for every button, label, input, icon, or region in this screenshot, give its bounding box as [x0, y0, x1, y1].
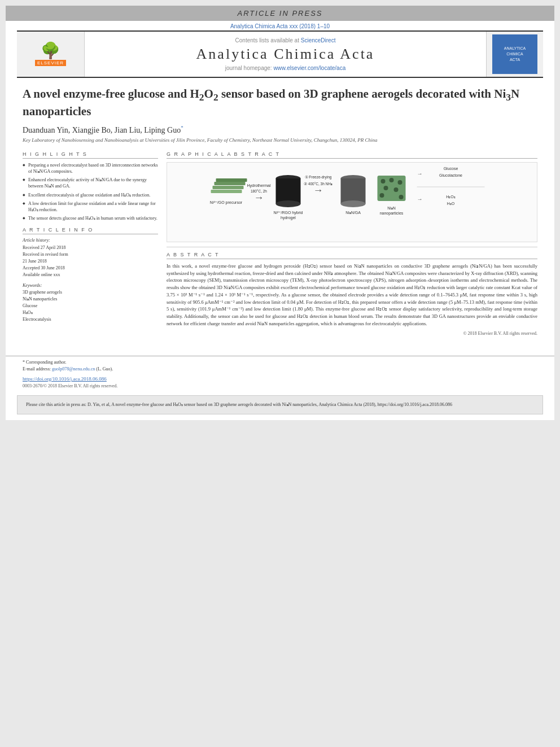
svg-rect-1	[213, 186, 244, 189]
keyword-item: 3D graphene aerogels	[23, 289, 158, 296]
svg-point-22	[390, 178, 394, 182]
graphical-abstract-svg: Ni²⁺/GO precursor Hydrothermal 180°C, 2h…	[172, 167, 532, 235]
section-divider	[167, 247, 537, 247]
authors: Duanduan Yin, Xiangjie Bo, Jian Liu, Lip…	[23, 125, 537, 135]
doi-link[interactable]: https://doi.org/10.1016/j.aca.2018.06.08…	[23, 376, 537, 382]
rights-note: 0003-2670/© 2018 Elsevier B.V. All right…	[23, 383, 537, 388]
svg-text:→: →	[417, 196, 423, 202]
email-label: E-mail address:	[23, 366, 51, 372]
keyword-item: Electrocatalysis	[23, 316, 158, 323]
journal-meta: Analytica Chimica Acta xxx (2018) 1–10	[6, 21, 554, 30]
received-date: Received 27 April 2018	[23, 244, 158, 251]
svg-point-24	[384, 186, 388, 190]
svg-text:Ni²⁺/RGO hybrid: Ni²⁺/RGO hybrid	[274, 211, 303, 215]
authors-text: Duanduan Yin, Xiangjie Bo, Jian Liu, Lip…	[23, 126, 181, 134]
svg-text:① Freeze-drying: ① Freeze-drying	[305, 175, 332, 180]
svg-text:hydrogel: hydrogel	[281, 216, 296, 220]
svg-text:H₂O: H₂O	[447, 202, 455, 206]
journal-homepage: journal homepage: www.elsevier.com/locat…	[225, 65, 345, 71]
svg-text:nanoparticles: nanoparticles	[380, 211, 404, 216]
journal-citation: Analytica Chimica Acta xxx (2018) 1–10	[230, 23, 330, 29]
affiliation: Key Laboratory of Nanobiosensing and Nan…	[23, 137, 537, 143]
elsevier-label: ELSEVIER	[35, 60, 66, 66]
svg-text:Ni²⁺/GO precursor: Ni²⁺/GO precursor	[210, 200, 243, 205]
graphical-abstract-header: G R A P H I C A L A B S T R A C T	[167, 151, 537, 159]
abstract-header: A B S T R A C T	[167, 252, 537, 259]
journal-header: 🌳 ELSEVIER Contents lists available at S…	[17, 30, 543, 78]
highlight-item: Enhanced electrocatalytic activity of Ni…	[23, 177, 158, 189]
abstract-text: In this work, a novel enzyme-free glucos…	[167, 263, 537, 327]
available-online: Available online xxx	[23, 272, 158, 278]
highlights-list: Preparing a novel electrocatalyst based …	[23, 162, 158, 222]
main-content: A novel enzyme-free glucose and H2O2 sen…	[6, 78, 554, 347]
keyword-item: H₂O₂	[23, 309, 158, 316]
article-info-header: A R T I C L E I N F O	[23, 227, 158, 234]
highlights-header: H I G H L I G H T S	[23, 151, 158, 159]
contents-label: Contents lists available at	[235, 37, 299, 43]
footer-note: * Corresponding author. E-mail address: …	[6, 356, 554, 388]
copyright: © 2018 Elsevier B.V. All rights reserved…	[167, 331, 537, 336]
svg-rect-2	[215, 182, 246, 185]
right-column: G R A P H I C A L A B S T R A C T Ni²⁺/G…	[167, 151, 537, 336]
svg-point-21	[381, 179, 386, 184]
corresponding-star: *	[181, 125, 183, 130]
homepage-url[interactable]: www.elsevier.com/locate/aca	[273, 65, 345, 71]
journal-logo-left: 🌳 ELSEVIER	[17, 32, 85, 77]
graphical-abstract-section: G R A P H I C A L A B S T R A C T Ni²⁺/G…	[167, 151, 537, 242]
svg-text:→: →	[417, 171, 423, 177]
keyword-item: Ni₃N nanoparticles	[23, 296, 158, 303]
journal-center: Contents lists available at ScienceDirec…	[85, 32, 487, 77]
svg-text:→: →	[313, 185, 323, 196]
keyword-item: Glucose	[23, 303, 158, 309]
email-link[interactable]: guolp078@nenu.edu.cn	[52, 366, 95, 372]
highlight-item: The sensor detects glucose and H₂O₂ in h…	[23, 215, 158, 221]
article-info-section: A R T I C L E I N F O Article history: R…	[23, 227, 158, 278]
svg-text:→: →	[254, 192, 264, 203]
citation-box: Please cite this article in press as: D.…	[17, 395, 543, 414]
svg-point-27	[399, 195, 404, 199]
revised-label: Received in revised form	[23, 251, 158, 258]
svg-point-26	[380, 193, 384, 198]
keywords-section: Keywords: 3D graphene aerogels Ni₃N nano…	[23, 283, 158, 323]
right-logo-box: ANALYTICACHIMICAACTA	[492, 34, 537, 74]
svg-point-10	[276, 200, 301, 207]
svg-text:Hydrothermal: Hydrothermal	[247, 184, 270, 188]
highlight-item: A low detection limit for glucose oxidat…	[23, 200, 158, 213]
highlight-item: Excellent electrocatalysis of glucose ox…	[23, 192, 158, 198]
abstract-section: A B S T R A C T In this work, a novel en…	[167, 252, 537, 336]
svg-point-25	[394, 187, 399, 192]
article-in-press-banner: ARTICLE IN PRESS	[6, 6, 554, 21]
right-logo-text: ANALYTICACHIMICAACTA	[504, 46, 526, 62]
svg-point-23	[398, 180, 403, 185]
highlights-section: H I G H L I G H T S Preparing a novel el…	[23, 151, 158, 222]
corresponding-note: * Corresponding author.	[23, 360, 537, 365]
svg-rect-9	[276, 178, 301, 204]
svg-text:Glucose: Glucose	[444, 167, 458, 171]
svg-text:Ni₃N/GA: Ni₃N/GA	[345, 211, 361, 215]
svg-rect-3	[216, 178, 247, 182]
svg-text:Glucolactone: Glucolactone	[439, 173, 462, 177]
left-column: H I G H L I G H T S Preparing a novel el…	[23, 151, 158, 336]
two-col-layout: H I G H L I G H T S Preparing a novel el…	[23, 151, 537, 336]
article-title: A novel enzyme-free glucose and H2O2 sen…	[23, 86, 537, 119]
email-note: E-mail address: guolp078@nenu.edu.cn (L.…	[23, 366, 537, 372]
homepage-label: journal homepage:	[225, 65, 272, 71]
sciencedirect-anchor[interactable]: ScienceDirect	[301, 37, 336, 43]
svg-rect-0	[211, 190, 242, 193]
svg-text:Ni₃N: Ni₃N	[387, 206, 396, 210]
highlight-item: Preparing a novel electrocatalyst based …	[23, 162, 158, 174]
journal-logo-right: ANALYTICACHIMICAACTA	[487, 32, 543, 77]
revised-date: 21 June 2018	[23, 258, 158, 265]
journal-title-main: Analytica Chimica Acta	[196, 46, 375, 63]
email-person: (L. Guo).	[96, 366, 113, 372]
elsevier-tree-icon: 🌳	[41, 43, 60, 59]
accepted-date: Accepted 30 June 2018	[23, 265, 158, 272]
sciencedirect-link: Contents lists available at ScienceDirec…	[235, 37, 336, 43]
banner-text: ARTICLE IN PRESS	[238, 9, 323, 18]
svg-text:H₂O₂: H₂O₂	[446, 195, 456, 199]
graphical-abstract-box: Ni²⁺/GO precursor Hydrothermal 180°C, 2h…	[167, 162, 537, 242]
history-label: Article history:	[23, 238, 158, 243]
svg-point-18	[341, 200, 366, 207]
keywords-label: Keywords:	[23, 283, 158, 288]
svg-rect-17	[341, 178, 366, 204]
